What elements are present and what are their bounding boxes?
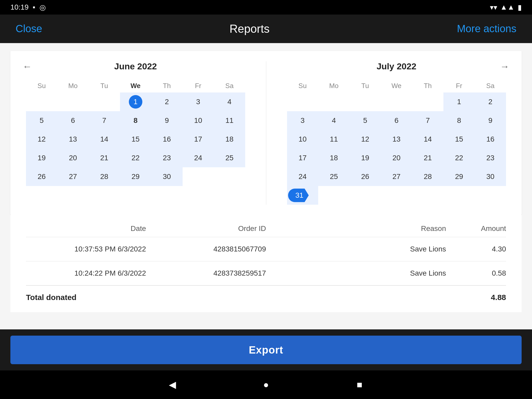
june-day-14[interactable]: 14 (89, 130, 120, 149)
header-amount: Amount (446, 224, 506, 233)
table-total-row: Total donated 4.88 (26, 285, 506, 304)
june-day-header-su: Su (26, 79, 57, 92)
back-button[interactable]: ◀ (165, 377, 180, 393)
july-day-header-we: We (381, 79, 412, 92)
june-day-26[interactable]: 26 (26, 167, 57, 186)
june-day-16[interactable]: 16 (151, 130, 183, 149)
june-calendar-grid: Su Mo Tu We Th Fr Sa 1 2 3 4 5 (26, 79, 245, 186)
july-day-9[interactable]: 9 (475, 111, 506, 130)
june-day-27[interactable]: 27 (57, 167, 89, 186)
close-button[interactable]: Close (16, 23, 42, 35)
reports-table: Date Order ID Reason Amount 10:37:53 PM … (10, 215, 522, 312)
june-day-13[interactable]: 13 (57, 130, 89, 149)
table-header-row: Date Order ID Reason Amount (26, 220, 506, 237)
prev-month-arrow[interactable]: ← (21, 60, 34, 73)
july-day-29[interactable]: 29 (443, 167, 475, 186)
june-day-4[interactable]: 4 (214, 92, 245, 111)
export-button[interactable]: Export (10, 336, 522, 364)
status-bar: 10:19 ▪ ◎ ▾▾ ▲▲ ▮ (0, 0, 532, 15)
july-day-30[interactable]: 30 (475, 167, 506, 186)
june-day-22[interactable]: 22 (120, 149, 151, 167)
row2-reason: Save Lions (266, 269, 446, 277)
july-day-5[interactable]: 5 (350, 111, 381, 130)
june-day-empty-5 (214, 167, 245, 186)
july-day-empty-3 (350, 92, 381, 111)
july-day-header-sa: Sa (475, 79, 506, 92)
june-day-17[interactable]: 17 (183, 130, 214, 149)
july-day-22[interactable]: 22 (443, 149, 475, 167)
june-day-header-we: We (120, 79, 151, 92)
time-display: 10:19 (10, 3, 29, 11)
july-day-3[interactable]: 3 (287, 111, 318, 130)
page-title: Reports (230, 22, 270, 35)
june-day-10[interactable]: 10 (183, 111, 214, 130)
june-day-18[interactable]: 18 (214, 130, 245, 149)
june-day-30[interactable]: 30 (151, 167, 183, 186)
june-day-header-th: Th (151, 79, 183, 92)
june-day-empty-2 (57, 92, 89, 111)
july-day-15[interactable]: 15 (443, 130, 475, 149)
july-day-24[interactable]: 24 (287, 167, 318, 186)
june-day-25[interactable]: 25 (214, 149, 245, 167)
row1-date: 10:37:53 PM 6/3/2022 (26, 245, 146, 253)
june-day-20[interactable]: 20 (57, 149, 89, 167)
july-day-10[interactable]: 10 (287, 130, 318, 149)
july-day-13[interactable]: 13 (381, 130, 412, 149)
july-day-17[interactable]: 17 (287, 149, 318, 167)
june-day-9[interactable]: 9 (151, 111, 183, 130)
more-actions-button[interactable]: More actions (457, 23, 516, 35)
june-day-15[interactable]: 15 (120, 130, 151, 149)
july-day-6[interactable]: 6 (381, 111, 412, 130)
june-day-24[interactable]: 24 (183, 149, 214, 167)
june-day-header-sa: Sa (214, 79, 245, 92)
july-day-8[interactable]: 8 (443, 111, 475, 130)
july-day-empty-2 (318, 92, 350, 111)
june-day-1[interactable]: 1 (120, 92, 151, 111)
june-day-5[interactable]: 5 (26, 111, 57, 130)
july-day-12[interactable]: 12 (350, 130, 381, 149)
signal-icon: ▲▲ (500, 3, 515, 11)
july-day-4[interactable]: 4 (318, 111, 350, 130)
next-month-arrow[interactable]: → (498, 60, 511, 73)
july-day-26[interactable]: 26 (350, 167, 381, 186)
june-day-6[interactable]: 6 (57, 111, 89, 130)
june-day-29[interactable]: 29 (120, 167, 151, 186)
recent-apps-button[interactable]: ■ (352, 377, 367, 393)
july-empty-2 (350, 186, 381, 205)
june-day-3[interactable]: 3 (183, 92, 214, 111)
july-day-23[interactable]: 23 (475, 149, 506, 167)
status-bar-left: 10:19 ▪ ◎ (10, 3, 46, 12)
june-day-2[interactable]: 2 (151, 92, 183, 111)
total-amount: 4.88 (446, 293, 506, 302)
july-day-16[interactable]: 16 (475, 130, 506, 149)
july-day-header-mo: Mo (318, 79, 350, 92)
july-day-2[interactable]: 2 (475, 92, 506, 111)
july-day-19[interactable]: 19 (350, 149, 381, 167)
july-day-empty-1 (287, 92, 318, 111)
july-day-28[interactable]: 28 (412, 167, 444, 186)
header-reason: Reason (266, 224, 446, 233)
june-day-23[interactable]: 23 (151, 149, 183, 167)
july-day-7[interactable]: 7 (412, 111, 444, 130)
july-day-20[interactable]: 20 (381, 149, 412, 167)
home-button[interactable]: ● (258, 377, 274, 393)
june-day-28[interactable]: 28 (89, 167, 120, 186)
july-empty-1 (318, 186, 350, 205)
june-day-12[interactable]: 12 (26, 130, 57, 149)
june-day-11[interactable]: 11 (214, 111, 245, 130)
july-day-11[interactable]: 11 (318, 130, 350, 149)
header-order-id: Order ID (146, 224, 266, 233)
june-day-19[interactable]: 19 (26, 149, 57, 167)
june-day-7[interactable]: 7 (89, 111, 120, 130)
june-day-21[interactable]: 21 (89, 149, 120, 167)
july-day-21[interactable]: 21 (412, 149, 444, 167)
june-day-empty-1 (26, 92, 57, 111)
june-day-8[interactable]: 8 (120, 111, 151, 130)
july-day-1[interactable]: 1 (443, 92, 475, 111)
july-day-14[interactable]: 14 (412, 130, 444, 149)
july-day-31[interactable]: 31 (287, 186, 318, 205)
july-day-25[interactable]: 25 (318, 167, 350, 186)
july-day-27[interactable]: 27 (381, 167, 412, 186)
july-day-18[interactable]: 18 (318, 149, 350, 167)
july-day-empty-5 (412, 92, 444, 111)
